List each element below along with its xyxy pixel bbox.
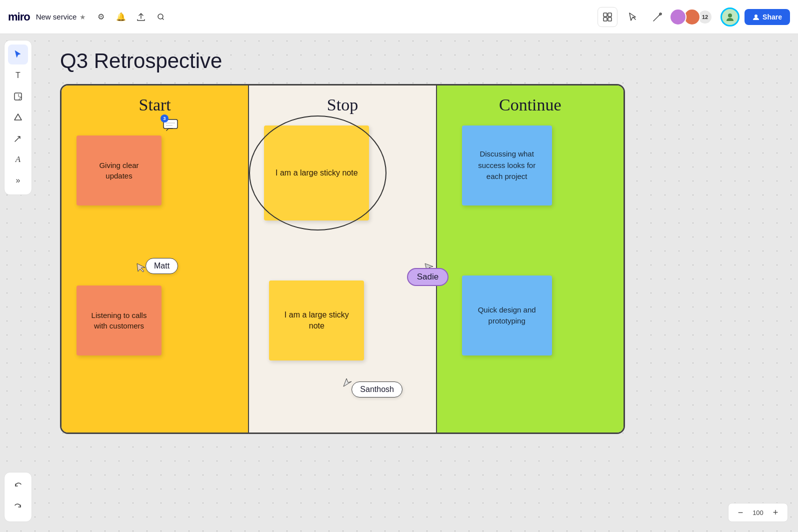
pen-tool-button[interactable]: A [8, 150, 28, 170]
bottom-left-sidebar [4, 472, 32, 522]
grid-view-button[interactable] [598, 7, 618, 27]
start-column: Start 3 Giving clear updates [62, 86, 249, 432]
notification-button[interactable]: 🔔 [112, 8, 130, 26]
svg-point-7 [754, 14, 758, 18]
stop-column-header: Stop [327, 96, 358, 114]
avatar-1 [670, 8, 686, 26]
laser-button[interactable] [648, 7, 668, 27]
left-sidebar: T A » [4, 40, 32, 195]
svg-point-6 [728, 14, 732, 18]
zoom-level: 100 [750, 509, 766, 516]
canvas[interactable]: Q3 Retrospective Start 3 [0, 34, 798, 532]
stop-column: Stop I am a large sticky note I am a lar… [249, 86, 436, 432]
retro-board: Start 3 Giving clear updates [60, 84, 625, 434]
svg-rect-2 [608, 13, 612, 16]
start-column-header: Start [139, 96, 171, 114]
settings-button[interactable]: ⚙ [92, 8, 110, 26]
collaborators: 12 [672, 8, 712, 26]
star-icon[interactable]: ★ [80, 13, 86, 21]
continue-column: Continue Discussing what success looks f… [437, 86, 624, 432]
upload-button[interactable] [132, 8, 150, 26]
continue-note-1[interactable]: Discussing what success looks for each p… [462, 126, 552, 216]
share-button[interactable]: Share [744, 9, 790, 25]
cursor-tool-button[interactable] [8, 44, 28, 64]
toolbar-icons: ⚙ 🔔 [92, 8, 170, 26]
stop-note-1[interactable]: I am a large sticky note [264, 126, 369, 220]
svg-rect-1 [604, 13, 607, 16]
toolbar-left: miro New service ★ ⚙ 🔔 [8, 8, 598, 26]
zoom-out-button[interactable]: − [734, 506, 746, 518]
undo-button[interactable] [8, 476, 28, 496]
cursor-mode-button[interactable] [622, 7, 642, 27]
top-toolbar: miro New service ★ ⚙ 🔔 [0, 0, 798, 34]
search-button[interactable] [152, 8, 170, 26]
redo-button[interactable] [8, 498, 28, 518]
more-tools-button[interactable]: » [8, 170, 28, 190]
start-note-1[interactable]: Giving clear updates [76, 136, 162, 216]
board-name-label[interactable]: New service [36, 12, 77, 21]
arrow-tool-button[interactable] [8, 128, 28, 148]
zoom-in-button[interactable]: + [770, 506, 782, 518]
toolbar-right: 12 Share [598, 7, 790, 27]
sticky-tool-button[interactable] [8, 86, 28, 106]
svg-rect-8 [14, 93, 22, 100]
comment-bubble[interactable]: 3 [162, 116, 180, 134]
shape-tool-button[interactable] [8, 108, 28, 128]
avatar-solo [720, 8, 740, 26]
zoom-controls: − 100 + [728, 503, 788, 522]
continue-note-2[interactable]: Quick design and prototyping [462, 276, 552, 366]
comment-badge: 3 [160, 114, 168, 122]
svg-rect-4 [608, 18, 612, 21]
start-note-2[interactable]: Listening to calls with customers [76, 286, 162, 366]
board-title: Q3 Retrospective [60, 49, 222, 73]
svg-rect-3 [604, 18, 607, 21]
sadie-cursor-label: Sadie [407, 268, 448, 286]
text-tool-button[interactable]: T [8, 66, 28, 86]
continue-column-header: Continue [499, 96, 562, 114]
board-name-container: New service ★ [36, 12, 86, 21]
stop-note-2[interactable]: I am a large sticky note [269, 280, 364, 360]
miro-logo: miro [8, 10, 30, 24]
